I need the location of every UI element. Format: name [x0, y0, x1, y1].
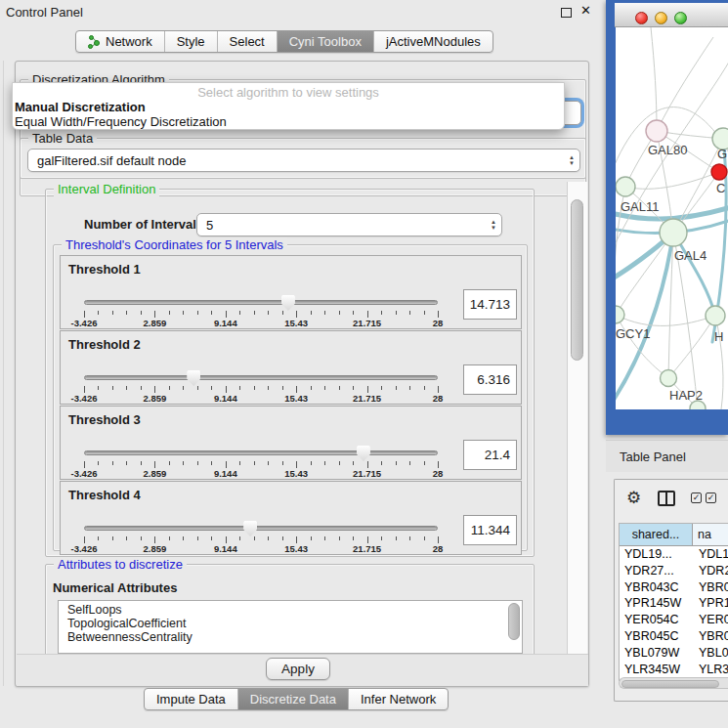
- cell-shared-name[interactable]: YDL19...: [620, 546, 693, 563]
- numerical-attributes-list[interactable]: SelfLoopsTopologicalCoefficientBetweenne…: [58, 600, 523, 654]
- table-data-combobox[interactable]: galFiltered.sif default node ▲▼: [27, 149, 580, 172]
- algorithm-option-equal-width[interactable]: Equal Width/Frequency Discretization: [13, 114, 564, 129]
- threshold-3-value-field[interactable]: 21.4: [463, 440, 517, 470]
- table-row[interactable]: YBR045CYBR0: [620, 628, 728, 645]
- network-node[interactable]: [646, 120, 667, 142]
- attribute-list-item[interactable]: SelfLoops: [59, 603, 506, 617]
- attribute-list-item[interactable]: BetweennessCentrality: [59, 630, 506, 644]
- column-header-shared-name[interactable]: shared...: [620, 524, 693, 545]
- table-row[interactable]: YPR145WYPR1: [620, 595, 728, 612]
- settings-scrollbar-track[interactable]: [567, 182, 587, 654]
- cell-name[interactable]: YER0: [693, 612, 728, 628]
- table-row[interactable]: YBL079WYBL0: [620, 645, 728, 662]
- tab-impute-data[interactable]: Impute Data: [145, 689, 238, 709]
- bottom-tab-bar: Impute Data Discretize Data Infer Networ…: [144, 688, 449, 710]
- table-row[interactable]: YDL19...YDL1: [620, 546, 728, 563]
- threshold-2-slider[interactable]: [84, 370, 438, 386]
- table-row[interactable]: YLR345WYLR3: [620, 662, 728, 678]
- cell-name[interactable]: YPR1: [693, 595, 728, 612]
- tab-discretize-data[interactable]: Discretize Data: [238, 689, 349, 709]
- cell-shared-name[interactable]: YBL079W: [620, 645, 693, 662]
- cell-shared-name[interactable]: YLR345W: [620, 662, 693, 678]
- cell-shared-name[interactable]: YPR145W: [620, 595, 693, 612]
- slider-thumb[interactable]: [281, 295, 295, 311]
- slider-track[interactable]: [84, 526, 438, 531]
- float-window-icon[interactable]: [561, 8, 572, 18]
- cell-name[interactable]: YBL0: [693, 645, 728, 662]
- algorithm-option-manual[interactable]: Manual Discretization: [13, 100, 564, 114]
- checkbox-icon[interactable]: ✓: [691, 492, 702, 503]
- numerical-attributes-label: Numerical Attributes: [53, 580, 177, 595]
- attribute-list-item[interactable]: TopologicalCoefficient: [59, 617, 506, 630]
- slider-thumb[interactable]: [243, 521, 257, 536]
- apply-row: Apply: [17, 654, 588, 686]
- tab-jactivemnodules[interactable]: jActiveMNodules: [374, 31, 492, 52]
- threshold-4-panel: Threshold 4 -3.4262.8599.14415.4321.7152…: [60, 481, 522, 555]
- slider-track[interactable]: [84, 450, 438, 455]
- interval-definition-title: Interval Definition: [54, 182, 159, 196]
- threshold-4-slider[interactable]: [84, 521, 438, 536]
- tab-select-label: Select: [230, 34, 265, 49]
- slider-tick-labels: -3.4262.8599.14415.4321.71528: [84, 468, 438, 479]
- zoom-traffic-light-icon[interactable]: [674, 12, 687, 24]
- table-row[interactable]: YDR27...YDR2: [620, 563, 728, 579]
- tab-network[interactable]: Network: [76, 31, 165, 52]
- checkbox-icon[interactable]: ✓: [706, 492, 716, 503]
- minimize-traffic-light-icon[interactable]: [655, 12, 667, 24]
- network-node[interactable]: [616, 306, 624, 323]
- table-hscrollbar-thumb[interactable]: [621, 680, 719, 688]
- table-panel-toolbar: ⚙ ✓ ✓: [615, 480, 728, 519]
- top-tab-bar: Network Style Select Cyni Toolbox jActiv…: [75, 30, 493, 53]
- threshold-3-slider[interactable]: [84, 446, 438, 461]
- slider-thumb[interactable]: [357, 446, 370, 461]
- tab-select[interactable]: Select: [218, 31, 278, 52]
- close-icon[interactable]: ✕: [580, 3, 591, 18]
- tab-cyni-toolbox[interactable]: Cyni Toolbox: [278, 31, 374, 52]
- network-node[interactable]: [706, 306, 725, 325]
- network-node[interactable]: [660, 219, 687, 246]
- threshold-1-slider[interactable]: [84, 295, 438, 311]
- close-traffic-light-icon[interactable]: [635, 12, 648, 24]
- number-of-intervals-value: 5: [197, 218, 486, 233]
- network-canvas[interactable]: GAL80GCGAL11GAL4GCY1HHAP2: [616, 27, 728, 409]
- threshold-4-value-field[interactable]: 11.344: [463, 515, 517, 545]
- cell-name[interactable]: YBR0: [693, 628, 728, 645]
- cell-name[interactable]: YDR2: [693, 563, 728, 579]
- network-node-label: C: [716, 181, 725, 195]
- table-row[interactable]: YBR043CYBR0: [620, 579, 728, 596]
- threshold-1-value-field[interactable]: 14.713: [463, 289, 517, 320]
- slider-tick-labels: -3.4262.8599.14415.4321.71528: [84, 543, 438, 554]
- table-hscrollbar-track[interactable]: [619, 677, 728, 689]
- network-node[interactable]: [711, 164, 727, 180]
- tab-infer-network[interactable]: Infer Network: [349, 689, 448, 709]
- cell-name[interactable]: YDL1: [693, 546, 728, 563]
- attributes-list-scrollbar[interactable]: [508, 603, 520, 640]
- gear-icon[interactable]: ⚙: [626, 489, 641, 508]
- threshold-2-value-field[interactable]: 6.316: [463, 364, 517, 395]
- table-row[interactable]: YER054CYER0: [620, 612, 728, 628]
- network-window-titlebar[interactable]: [615, 3, 728, 27]
- tab-impute-data-label: Impute Data: [156, 692, 226, 707]
- apply-button[interactable]: Apply: [266, 658, 330, 680]
- split-columns-icon[interactable]: [658, 491, 675, 506]
- slider-track[interactable]: [84, 375, 438, 380]
- cell-shared-name[interactable]: YBR043C: [620, 579, 693, 596]
- column-header-name[interactable]: na: [693, 524, 728, 545]
- slider-track[interactable]: [84, 300, 438, 305]
- cell-name[interactable]: YLR3: [693, 662, 728, 678]
- cell-shared-name[interactable]: YDR27...: [620, 563, 693, 579]
- cell-name[interactable]: YBR0: [693, 579, 728, 596]
- cell-shared-name[interactable]: YBR045C: [620, 628, 693, 645]
- tab-network-label: Network: [106, 34, 152, 49]
- tab-style[interactable]: Style: [165, 31, 218, 52]
- tab-jactivemnodules-label: jActiveMNodules: [386, 34, 481, 49]
- number-of-intervals-spinner[interactable]: 5 ▲▼: [196, 213, 502, 236]
- network-node[interactable]: [661, 370, 677, 387]
- settings-scrollbar-thumb[interactable]: [571, 199, 583, 361]
- node-attribute-table[interactable]: shared... na YDL19...YDL1YDR27...YDR2YBR…: [619, 523, 728, 681]
- threshold-1-label: Threshold 1: [68, 262, 141, 277]
- network-node[interactable]: [616, 177, 635, 196]
- slider-thumb[interactable]: [187, 370, 200, 386]
- cell-shared-name[interactable]: YER054C: [620, 612, 693, 628]
- threshold-1-panel: Threshold 1 -3.4262.8599.14415.4321.7152…: [60, 255, 522, 329]
